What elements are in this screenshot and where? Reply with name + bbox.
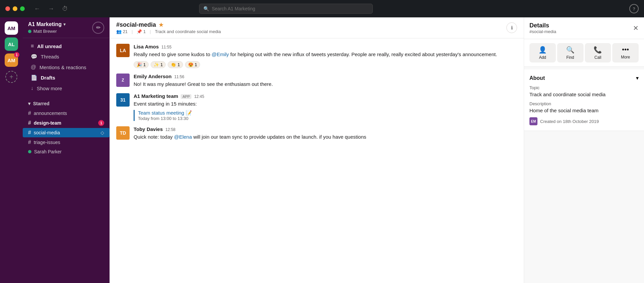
workspace-chevron-icon: ▾ xyxy=(63,22,65,27)
sidebar-nav: ≡ All unread 💬 Threads @ Mentions & reac… xyxy=(23,38,110,96)
chat-header: #social-media ★ 👥 21 | 📌 1 | Track and c… xyxy=(110,17,524,38)
star-icon[interactable]: ★ xyxy=(159,22,163,28)
event-link[interactable]: Team status meeting 📝 xyxy=(138,110,517,116)
history-button[interactable]: ⏱ xyxy=(59,4,71,14)
message-author: Lisa Amos xyxy=(134,44,159,49)
event-time: Today from 13:00 to 13:30 xyxy=(138,116,517,121)
sidebar-header: A1 Marketing ▾ Matt Brewer ✏ xyxy=(23,17,110,38)
message-author: Emily Anderson xyxy=(134,74,172,79)
channel-item-social-media[interactable]: # social-media ◇ xyxy=(23,128,110,137)
avatar: LA xyxy=(116,44,130,57)
find-icon: 🔍 xyxy=(566,46,575,54)
workspace-icon-am[interactable]: AM xyxy=(5,21,18,35)
compose-button[interactable]: ✏ xyxy=(92,22,104,34)
details-panel: Details #social-media ✕ 👤 Add 🔍 Find 📞 C… xyxy=(524,17,644,283)
message-content: Toby Davies 12:58 Quick note: today @Ele… xyxy=(134,126,517,141)
online-dot-icon xyxy=(28,150,31,153)
channel-description: Track and coordinate social media xyxy=(155,29,221,34)
details-subtitle: #social-media xyxy=(529,29,556,34)
chat-area: #social-media ★ 👥 21 | 📌 1 | Track and c… xyxy=(110,17,524,283)
mention-elena: @Elena xyxy=(174,134,192,140)
search-icon: 🔍 xyxy=(203,6,209,11)
message-text: Quick note: today @Elena will join our t… xyxy=(134,133,517,141)
message-time: 12:58 xyxy=(165,127,175,132)
status-dot-icon xyxy=(28,30,31,33)
sidebar-item-threads[interactable]: 💬 Threads xyxy=(25,51,107,62)
pin-count: 📌 1 xyxy=(137,29,146,34)
add-workspace-button[interactable]: + xyxy=(5,71,17,83)
details-header: Details #social-media ✕ xyxy=(524,17,644,39)
message-time: 11:55 xyxy=(161,45,171,49)
details-title: Details xyxy=(529,22,556,29)
about-chevron-icon: ▾ xyxy=(636,75,639,81)
social-media-pin-icon: ◇ xyxy=(101,130,104,135)
call-label: Call xyxy=(595,55,602,60)
mentions-icon: @ xyxy=(31,64,36,70)
info-button[interactable]: ℹ xyxy=(506,22,517,33)
more-label: More xyxy=(621,55,630,59)
sidebar: A1 Marketing ▾ Matt Brewer ✏ ≡ All unrea… xyxy=(23,17,110,283)
add-member-button[interactable]: 👤 Add xyxy=(529,43,556,62)
about-section: About ▾ Topic Track and coordinate socia… xyxy=(524,69,644,131)
more-button[interactable]: ••• More xyxy=(612,43,639,62)
starred-chevron-icon: ▾ xyxy=(28,101,30,106)
add-label: Add xyxy=(539,55,546,60)
workspace-icon-am2-wrap: AM 1 xyxy=(5,53,18,67)
workspace-icon-al[interactable]: AL xyxy=(5,37,18,51)
threads-icon: 💬 xyxy=(31,53,37,60)
message-text: Really need to give some kudos to @Emily… xyxy=(134,51,517,58)
table-row: 31 A1 Marketing team APP 12:45 Event sta… xyxy=(116,93,517,121)
reaction-item[interactable]: 👏 1 xyxy=(168,61,183,68)
workspace-name[interactable]: A1 Marketing ▾ xyxy=(28,21,65,27)
channel-item-announcements[interactable]: # announcements xyxy=(23,109,110,118)
drafts-icon: 📄 xyxy=(31,75,37,81)
created-by: EM Created on 18th October 2019 xyxy=(529,117,639,125)
titlebar: ← → ⏱ 🔍 ? xyxy=(0,0,644,17)
help-button[interactable]: ? xyxy=(629,4,639,13)
user-status: Matt Brewer xyxy=(28,29,65,34)
back-button[interactable]: ← xyxy=(31,4,43,14)
message-time: 12:45 xyxy=(194,94,204,99)
reaction-item[interactable]: 🎉 1 xyxy=(134,61,149,68)
design-team-badge: 1 xyxy=(98,120,104,126)
channel-item-triage-issues[interactable]: # triage-issues xyxy=(23,138,110,147)
sidebar-item-show-more[interactable]: ↓ Show more xyxy=(25,83,107,93)
created-text: Created on 18th October 2019 xyxy=(540,119,599,124)
member-count: 👥 21 xyxy=(116,29,128,34)
search-bar[interactable]: 🔍 xyxy=(199,4,373,14)
message-content: Emily Anderson 11:56 No! It was my pleas… xyxy=(134,74,517,88)
creator-avatar: EM xyxy=(529,117,537,125)
reaction-item[interactable]: 😍 1 xyxy=(185,61,200,68)
table-row: LA Lisa Amos 11:55 Really need to give s… xyxy=(116,44,517,68)
sidebar-item-all-unread[interactable]: ≡ All unread xyxy=(25,41,107,51)
reactions-list: 🎉 1 ✨ 1 👏 1 😍 1 xyxy=(134,61,517,68)
starred-section-header[interactable]: ▾ Starred xyxy=(23,99,110,108)
description-field: Description Home of the social media tea… xyxy=(529,101,639,113)
icons-rail: AM AL AM 1 + xyxy=(0,17,23,283)
channel-item-design-team[interactable]: # design-team 1 xyxy=(23,118,110,128)
traffic-lights xyxy=(5,6,25,11)
forward-button[interactable]: → xyxy=(45,4,57,14)
close-details-button[interactable]: ✕ xyxy=(633,24,639,32)
about-section-header[interactable]: About ▾ xyxy=(529,75,639,81)
search-input[interactable] xyxy=(212,6,368,11)
find-label: Find xyxy=(566,55,574,60)
topic-value: Track and coordinate social media xyxy=(529,92,639,97)
find-button[interactable]: 🔍 Find xyxy=(557,43,584,62)
message-author: Toby Davies xyxy=(134,126,163,132)
sidebar-item-mentions[interactable]: @ Mentions & reactions xyxy=(25,62,107,72)
dm-item-sarah-parker[interactable]: Sarah Parker xyxy=(23,147,110,156)
maximize-window-button[interactable] xyxy=(20,6,25,11)
sidebar-item-drafts[interactable]: 📄 Drafts xyxy=(25,73,107,83)
event-block: Team status meeting 📝 Today from 13:00 t… xyxy=(134,110,517,121)
more-icon: ••• xyxy=(622,46,629,53)
starred-section: ▾ Starred # announcements # design-team … xyxy=(23,96,110,159)
close-window-button[interactable] xyxy=(5,6,10,11)
message-text: Event starting in 15 minutes: xyxy=(134,100,517,108)
description-label: Description xyxy=(529,101,639,106)
reaction-item[interactable]: ✨ 1 xyxy=(151,61,166,68)
about-title: About xyxy=(529,75,545,81)
minimize-window-button[interactable] xyxy=(13,6,17,11)
channel-name-header: #social-media ★ xyxy=(116,21,502,28)
call-button[interactable]: 📞 Call xyxy=(585,43,611,62)
